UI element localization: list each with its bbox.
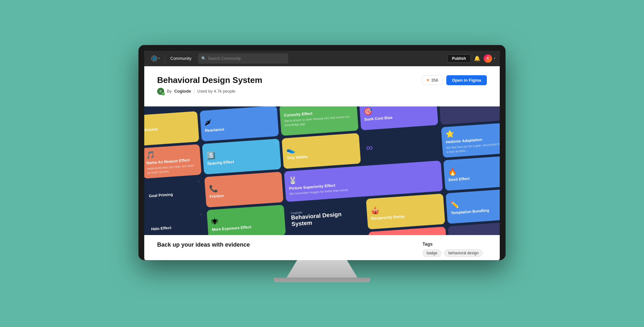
divider: [165, 54, 165, 63]
meta-separator: |: [194, 89, 194, 94]
search-input[interactable]: [208, 56, 285, 61]
tags-section: Tags badge behavioral design: [422, 241, 487, 257]
open-figma-button[interactable]: Open in Figma: [446, 75, 487, 85]
expand-icon: ⤡: [279, 207, 282, 211]
card-name-reason: 🎵 Name As Reason Effect statements that …: [144, 144, 202, 178]
tags-label: Tags: [422, 241, 487, 247]
plugin-header: Behavioral Design System C By Coglode | …: [157, 75, 487, 95]
search-icon: 🔍: [201, 56, 206, 61]
card-goal-priming: Goal Priming ⤡: [144, 177, 204, 212]
plugin-info: Behavioral Design System C By Coglode | …: [157, 75, 262, 95]
topbar-right: Publish 🔔 C ▾: [447, 54, 495, 63]
like-button[interactable]: ♥ 356: [422, 75, 443, 85]
monitor-stand: [287, 260, 357, 278]
search-bar[interactable]: 🔍: [198, 53, 288, 64]
card-title: Access: [144, 124, 194, 132]
expand-icon: ⤡: [274, 141, 277, 144]
card-title: Goal Priming: [149, 190, 199, 198]
avatar-chevron-icon: ▾: [494, 57, 495, 60]
tag-behavioral-design[interactable]: behavioral design: [444, 249, 483, 257]
scene-grid: Access 🌶 Reactance ⤡ Curiosity Effect We…: [144, 106, 500, 235]
monitor-frame: 🌐 ▾ Community 🔍 Publish 🔔 C ▾: [138, 45, 506, 260]
card-curiosity: Curiosity Effect We're driven to seek mi…: [279, 106, 358, 136]
community-nav-label[interactable]: Community: [168, 56, 194, 61]
backup-title: Back up your ideas with evidence: [157, 241, 410, 248]
card-friction: 📞 Friction ⤡: [204, 171, 283, 207]
chevron-down-icon: ▾: [158, 57, 160, 60]
used-by-text: Used by 4.7k people: [197, 89, 236, 94]
preview-scene: Access 🌶 Reactance ⤡ Curiosity Effect We…: [144, 106, 500, 235]
card-hedonic: ⭐ Hedonic Adaptation We feel less joy fo…: [441, 123, 500, 158]
user-avatar[interactable]: C: [484, 54, 492, 63]
card-empty4: [448, 222, 500, 235]
plugin-title: Behavioral Design System: [157, 75, 262, 85]
monitor-wrapper: 🌐 ▾ Community 🔍 Publish 🔔 C ▾: [138, 45, 506, 282]
main-content: Behavioral Design System C By Coglode | …: [144, 66, 500, 106]
card-icon: ✏️: [450, 197, 500, 209]
tag-badge[interactable]: badge: [422, 249, 441, 257]
author-name[interactable]: Coglode: [174, 89, 191, 94]
card-empty1: [439, 106, 500, 125]
card-mere-exposure: 🕷 Mere Exposure Effect ⤡: [207, 204, 286, 235]
card-halo: Halo Effect ⤡: [146, 210, 206, 235]
heart-icon: ♥: [427, 77, 429, 83]
bell-icon[interactable]: 🔔: [474, 55, 480, 61]
globe-icon: 🌐: [151, 56, 157, 61]
card-sunk-cost: 🎯 Sunk Cost Bias: [359, 106, 438, 130]
avatar-group[interactable]: C ▾: [484, 54, 495, 63]
expand-icon: ⤡: [277, 174, 279, 177]
author-prefix: By: [167, 89, 172, 94]
card-title: Halo Effect: [151, 223, 202, 232]
card-spacing: 5️⃣ Spacing Effect ⤡: [202, 139, 281, 175]
expand-icon: ⤡: [199, 213, 202, 216]
globe-menu[interactable]: 🌐 ▾: [149, 54, 162, 63]
card-reactance: 🌶 Reactance ⤡: [200, 106, 279, 141]
card-infinity: ∞: [361, 127, 440, 163]
topbar: 🌐 ▾ Community 🔍 Publish 🔔 C ▾: [144, 51, 500, 66]
expand-icon: ⤡: [354, 135, 357, 139]
plugin-meta: C By Coglode | Used by 4.7k people: [157, 88, 262, 95]
like-count: 356: [431, 78, 438, 83]
tags-list: badge behavioral design: [422, 249, 487, 257]
expand-icon: ⤡: [272, 108, 275, 111]
expand-icon: ⤡: [197, 179, 200, 183]
author-avatar: C: [157, 88, 164, 95]
plugin-actions: ♥ 356 Open in Figma: [422, 75, 487, 85]
card-reciprocity: 🎪 Reciprocity Decay ⤡: [366, 193, 445, 229]
monitor-base: [274, 278, 370, 282]
card-access: Access: [144, 111, 199, 145]
card-devil-effect: 🔥 Devil Effect: [443, 156, 500, 191]
expand-icon: ⤡: [438, 196, 441, 199]
bottom-section: Back up your ideas with evidence Tags ba…: [144, 235, 500, 260]
publish-button[interactable]: Publish: [447, 54, 471, 63]
description-section: Back up your ideas with evidence: [157, 241, 410, 257]
card-coglode-bds: Coglode Behavioral Design System: [286, 199, 365, 235]
card-tiny-habits: 👟 Tiny Habits ⤡: [282, 133, 361, 169]
monitor-screen: 🌐 ▾ Community 🔍 Publish 🔔 C ▾: [144, 51, 500, 260]
card-temptation: ✏️ Temptation Bundling: [446, 189, 500, 224]
